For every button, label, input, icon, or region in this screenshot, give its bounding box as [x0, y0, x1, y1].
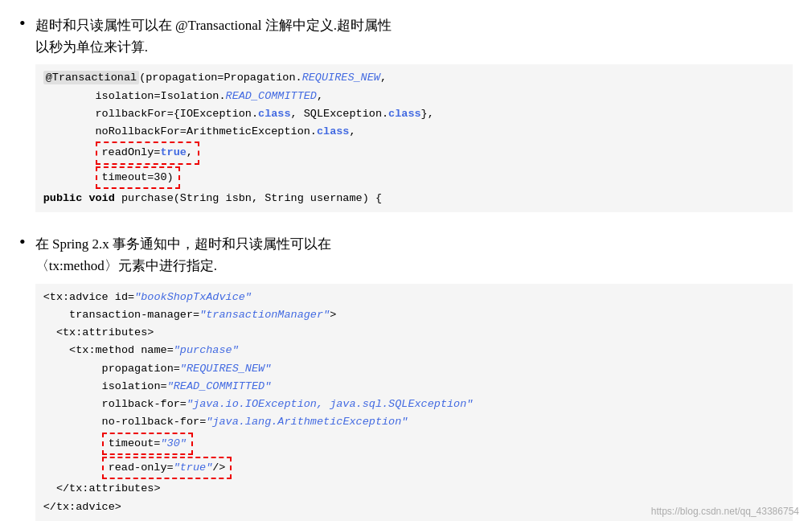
code-line-2-9: timeout="30": [43, 432, 785, 456]
bullet-2: •: [19, 232, 26, 252]
code-line-2-2: transaction-manager="transactionManager"…: [43, 306, 785, 324]
watermark: https://blog.csdn.net/qq_43386754: [651, 506, 799, 517]
code-line-2-4: <tx:method name="purchase": [43, 342, 785, 359]
code-line-1-1: @Transactional(propagation=Propagation.R…: [43, 69, 785, 87]
section-2-content: 在 Spring 2.x 事务通知中，超时和只读属性可以在 〈tx:method…: [35, 233, 793, 525]
xml-timeout-box: timeout="30": [102, 433, 193, 455]
section-2-text-line2: 〈tx:method〉元素中进行指定.: [35, 258, 217, 273]
code-block-2: <tx:advice id="bookShopTxAdvice" transac…: [35, 284, 793, 521]
section-1-content: 超时和只读属性可以在 @Transactional 注解中定义.超时属性 以秒为…: [35, 14, 793, 219]
code-line-1-7: public void purchase(String isbn, String…: [43, 190, 785, 207]
code-line-1-3: rollbackFor={IOException.class, SQLExcep…: [43, 105, 785, 123]
section-1-text-line2: 以秒为单位来计算.: [35, 39, 148, 55]
code-line-2-8: no-rollback-for="java.lang.ArithmeticExc…: [43, 413, 785, 431]
code-line-1-2: isolation=Isolation.READ_COMMITTED,: [43, 88, 785, 105]
code-line-2-6: isolation="READ_COMMITTED": [43, 378, 785, 396]
section-2-text: 在 Spring 2.x 事务通知中，超时和只读属性可以在 〈tx:method…: [35, 233, 793, 277]
section-2: • 在 Spring 2.x 事务通知中，超时和只读属性可以在 〈tx:meth…: [19, 233, 793, 525]
code-block-1: @Transactional(propagation=Propagation.R…: [35, 64, 793, 212]
code-line-2-1: <tx:advice id="bookShopTxAdvice": [43, 289, 785, 306]
section-2-code: <tx:advice id="bookShopTxAdvice" transac…: [35, 284, 793, 521]
section-1-text-line1: 超时和只读属性可以在 @Transactional 注解中定义.超时属性: [35, 18, 392, 33]
code-line-1-5: readOnly=true,: [43, 141, 785, 165]
readonly-box: readOnly=true,: [96, 142, 199, 164]
code-line-1-4: noRollbackFor=ArithmeticException.class,: [43, 123, 785, 141]
xml-readonly-box: read-only="true"/>: [102, 457, 232, 479]
timeout-box: timeout=30): [96, 166, 180, 189]
code-line-2-5: propagation="REQUIRES_NEW": [43, 360, 785, 378]
code-line-1-6: timeout=30): [43, 166, 785, 190]
section-2-text-line1: 在 Spring 2.x 事务通知中，超时和只读属性可以在: [35, 236, 331, 252]
code-line-2-3: <tx:attributes>: [43, 324, 785, 342]
code-line-2-11: </tx:attributes>: [43, 480, 785, 498]
code-line-2-10: read-only="true"/>: [43, 456, 785, 480]
section-1: • 超时和只读属性可以在 @Transactional 注解中定义.超时属性 以…: [19, 14, 793, 219]
section-1-code: @Transactional(propagation=Propagation.R…: [35, 64, 793, 212]
bullet-1: •: [19, 13, 26, 34]
code-line-2-7: rollback-for="java.io.IOException, java.…: [43, 396, 785, 413]
section-1-text: 超时和只读属性可以在 @Transactional 注解中定义.超时属性 以秒为…: [35, 14, 793, 58]
